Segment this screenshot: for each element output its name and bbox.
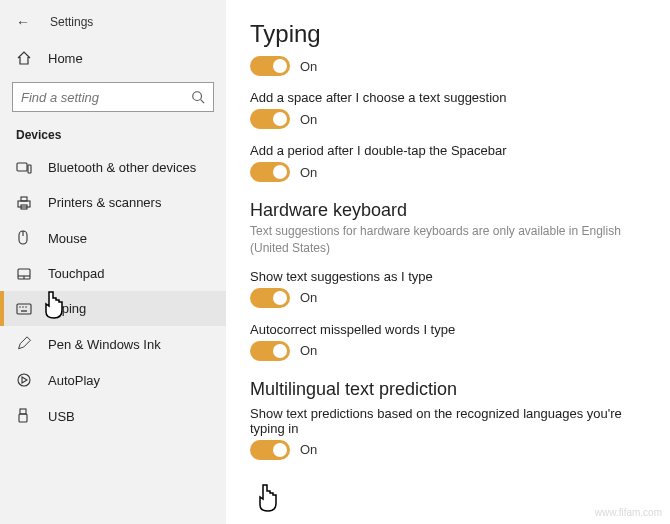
period-toggle-state: On	[300, 165, 317, 180]
sidebar-item-usb[interactable]: USB	[0, 398, 226, 434]
sidebar-item-touchpad[interactable]: Touchpad	[0, 256, 226, 291]
search-icon	[191, 90, 205, 104]
home-icon	[16, 50, 32, 66]
period-toggle-row: On	[250, 162, 646, 182]
mouse-icon	[16, 230, 32, 246]
sidebar-item-pen[interactable]: Pen & Windows Ink	[0, 326, 226, 362]
svg-rect-5	[21, 197, 27, 201]
space-toggle-row: On	[250, 109, 646, 129]
svg-rect-18	[20, 409, 26, 414]
keyboard-icon	[16, 303, 32, 315]
typing-toggle-state: On	[300, 59, 317, 74]
hw-suggest-toggle-row: On	[250, 288, 646, 308]
usb-icon	[16, 408, 32, 424]
nav-label: Typing	[48, 301, 86, 316]
multi-toggle-row: On	[250, 440, 646, 460]
autoplay-icon	[16, 372, 32, 388]
printer-icon	[16, 196, 32, 210]
hw-sub: Text suggestions for hardware keyboards …	[250, 223, 646, 257]
search-input[interactable]	[21, 90, 191, 105]
header-row: ← Settings	[0, 10, 226, 40]
nav-label: AutoPlay	[48, 373, 100, 388]
svg-rect-4	[18, 201, 30, 207]
svg-point-17	[18, 374, 30, 386]
home-nav[interactable]: Home	[0, 40, 226, 76]
back-icon[interactable]: ←	[16, 14, 30, 30]
hw-suggest-state: On	[300, 290, 317, 305]
multi-heading: Multilingual text prediction	[250, 379, 646, 400]
devices-icon	[16, 161, 32, 175]
period-toggle[interactable]	[250, 162, 290, 182]
hw-autocorrect-toggle-row: On	[250, 341, 646, 361]
hw-autocorrect-toggle[interactable]	[250, 341, 290, 361]
sidebar: ← Settings Home Devices Bluetooth & othe…	[0, 0, 226, 524]
period-label: Add a period after I double-tap the Spac…	[250, 143, 646, 158]
pen-icon	[16, 336, 32, 352]
svg-line-1	[201, 100, 205, 104]
hw-autocorrect-state: On	[300, 343, 317, 358]
svg-rect-19	[19, 414, 27, 422]
app-title: Settings	[50, 15, 93, 29]
search-box[interactable]	[12, 82, 214, 112]
sidebar-item-autoplay[interactable]: AutoPlay	[0, 362, 226, 398]
hw-heading: Hardware keyboard	[250, 200, 646, 221]
sidebar-item-mouse[interactable]: Mouse	[0, 220, 226, 256]
content-pane: Typing On Add a space after I choose a t…	[226, 0, 670, 524]
touchpad-icon	[16, 267, 32, 281]
nav-label: Touchpad	[48, 266, 104, 281]
watermark: www.fifam.com	[595, 507, 662, 518]
nav-label: Pen & Windows Ink	[48, 337, 161, 352]
space-toggle[interactable]	[250, 109, 290, 129]
sidebar-section-title: Devices	[0, 124, 226, 150]
space-label: Add a space after I choose a text sugges…	[250, 90, 646, 105]
sidebar-item-printers[interactable]: Printers & scanners	[0, 185, 226, 220]
sidebar-item-typing[interactable]: Typing	[0, 291, 226, 326]
nav-label: Mouse	[48, 231, 87, 246]
hw-suggest-toggle[interactable]	[250, 288, 290, 308]
hw-autocorrect-label: Autocorrect misspelled words I type	[250, 322, 646, 337]
svg-point-0	[193, 92, 202, 101]
multi-state: On	[300, 442, 317, 457]
typing-toggle-row: On	[250, 56, 646, 76]
sidebar-item-bluetooth[interactable]: Bluetooth & other devices	[0, 150, 226, 185]
typing-toggle[interactable]	[250, 56, 290, 76]
svg-rect-2	[17, 163, 27, 171]
svg-rect-3	[28, 165, 31, 173]
multi-label: Show text predictions based on the recog…	[250, 406, 646, 436]
nav-label: Printers & scanners	[48, 195, 161, 210]
multi-toggle[interactable]	[250, 440, 290, 460]
page-title: Typing	[250, 20, 646, 48]
space-toggle-state: On	[300, 112, 317, 127]
hw-suggest-label: Show text suggestions as I type	[250, 269, 646, 284]
home-label: Home	[48, 51, 83, 66]
nav-label: USB	[48, 409, 75, 424]
svg-rect-12	[17, 304, 31, 314]
nav-label: Bluetooth & other devices	[48, 160, 196, 175]
